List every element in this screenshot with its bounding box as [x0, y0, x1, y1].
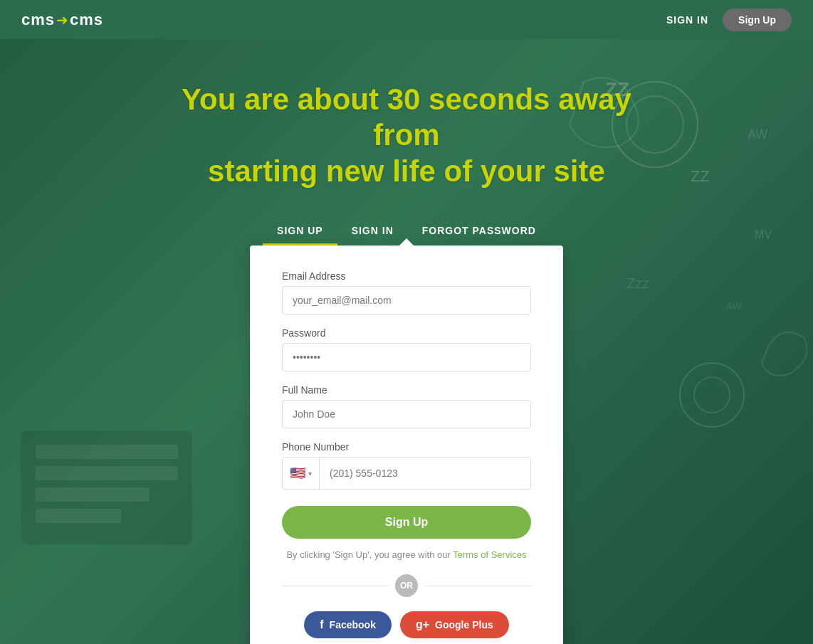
fullname-label: Full Name: [282, 384, 531, 396]
phone-label: Phone Number: [282, 441, 531, 453]
hero-title-line1: You are about 30 seconds away from: [182, 83, 631, 152]
terms-prefix: By clicking 'Sign Up', you agree with ou…: [286, 549, 453, 560]
header-signin-link[interactable]: SIGN IN: [666, 14, 708, 26]
google-btn-label: Google Plus: [435, 619, 493, 630]
header: cms ➜ cms SIGN IN Sign Up: [0, 0, 813, 39]
terms-text: By clicking 'Sign Up', you agree with ou…: [282, 549, 531, 560]
divider-line-right: [425, 586, 531, 586]
hero-title: You are about 30 seconds away from start…: [157, 82, 656, 189]
hero-title-line2: starting new life of your site: [208, 154, 605, 188]
facebook-btn-label: Facebook: [330, 619, 376, 630]
fullname-input[interactable]: [282, 400, 531, 428]
logo-text-1: cms: [21, 11, 55, 29]
or-divider: OR: [282, 574, 531, 597]
tab-signup[interactable]: SIGN UP: [263, 218, 337, 246]
terms-link[interactable]: Terms of Services: [453, 549, 526, 560]
tab-forgot-password[interactable]: FORGOT PASSWORD: [408, 218, 550, 246]
phone-input[interactable]: [320, 460, 530, 487]
flag-dropdown-icon: ▾: [308, 470, 312, 477]
email-group: Email Address: [282, 270, 531, 315]
header-signup-button[interactable]: Sign Up: [723, 9, 792, 31]
fullname-group: Full Name: [282, 384, 531, 428]
header-nav: SIGN IN Sign Up: [666, 9, 792, 31]
hero-section: ZZ ZZ AW MV Zzz AW You are about 30 seco…: [0, 39, 813, 644]
password-input[interactable]: [282, 343, 531, 371]
logo: cms ➜ cms: [21, 11, 103, 29]
divider-line-left: [282, 586, 388, 586]
signup-form-card: Email Address Password Full Name Phone N…: [250, 246, 563, 644]
facebook-signup-button[interactable]: f Facebook: [304, 611, 392, 638]
divider-or-label: OR: [395, 574, 418, 597]
hero-content: You are about 30 seconds away from start…: [0, 82, 813, 644]
phone-row: 🇺🇸 ▾: [282, 457, 531, 490]
logo-arrow-icon: ➜: [56, 11, 68, 28]
flag-emoji: 🇺🇸: [290, 465, 305, 481]
signup-button[interactable]: Sign Up: [282, 506, 531, 539]
email-input[interactable]: [282, 286, 531, 315]
password-group: Password: [282, 327, 531, 371]
password-label: Password: [282, 327, 531, 339]
tab-signin[interactable]: SIGN IN: [337, 218, 408, 246]
social-buttons: f Facebook g+ Google Plus: [282, 611, 531, 638]
google-signup-button[interactable]: g+ Google Plus: [400, 611, 509, 638]
phone-group: Phone Number 🇺🇸 ▾: [282, 441, 531, 490]
logo-text-2: cms: [70, 11, 103, 29]
email-label: Email Address: [282, 270, 531, 282]
google-icon: g+: [416, 618, 429, 631]
facebook-icon: f: [320, 618, 323, 631]
phone-flag-selector[interactable]: 🇺🇸 ▾: [283, 458, 320, 489]
